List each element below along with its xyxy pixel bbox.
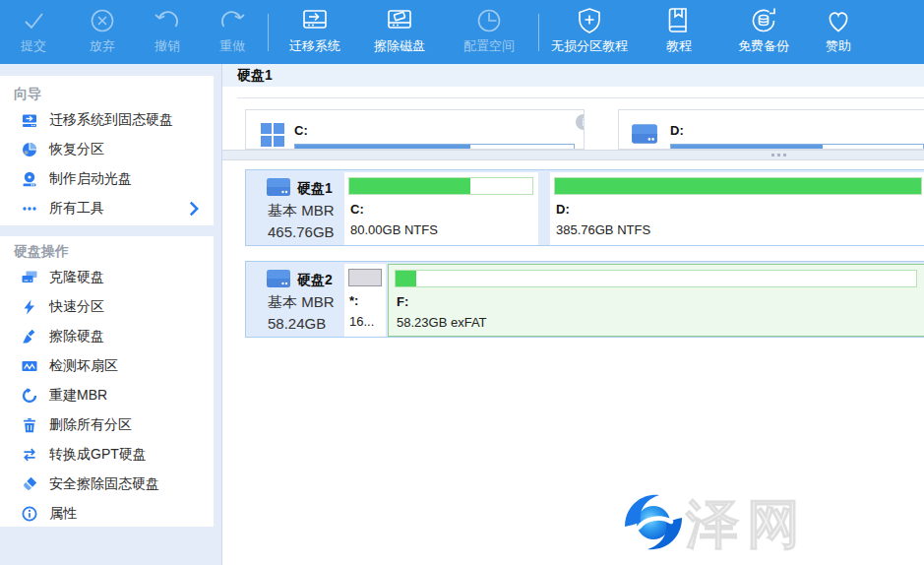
sidebar-item-label: 转换成GPT硬盘 (49, 446, 147, 464)
volume-label: C: (294, 123, 308, 138)
check-icon (19, 6, 48, 35)
sidebar-item-make-bootable-media[interactable]: 制作启动光盘 (0, 164, 214, 194)
hard-disk-icon (266, 269, 291, 288)
sidebar-item-recover-partition[interactable]: 恢复分区 (0, 135, 214, 164)
disk-type: 基本 MBR (268, 202, 335, 220)
discard-button[interactable]: 放弃 (73, 6, 132, 61)
sidebar-section-wizard: 向导 迁移系统到固态硬盘 恢复分区 制作启动光盘 所有工具 (0, 76, 214, 225)
sidebar-section-title: 向导 (0, 84, 214, 105)
shield-plus-icon (575, 6, 604, 35)
all-tools-icon (22, 201, 37, 217)
partition-usage-bar (348, 177, 533, 195)
sidebar-item-label: 重建MBR (49, 387, 107, 405)
watermark: 泽网 (619, 487, 914, 561)
pane-splitter[interactable] (222, 150, 924, 160)
heart-icon (824, 6, 853, 35)
disk-tabstrip: 硬盘1 (222, 64, 924, 87)
migrate-system-button[interactable]: 迁移系统 (276, 6, 354, 61)
convert-swap-icon (22, 447, 37, 463)
info-icon[interactable]: i (576, 114, 585, 130)
redo-button[interactable]: 重做 (203, 6, 262, 61)
sidebar-item-wipe-disk[interactable]: 擦除硬盘 (0, 322, 214, 351)
disk-size: 58.24GB (268, 315, 326, 332)
sidebar-item-label: 擦除硬盘 (49, 328, 104, 345)
sidebar-item-label: 属性 (49, 505, 77, 523)
toolbar-label: 迁移系统 (289, 37, 340, 55)
disk-row-1[interactable]: 硬盘1 基本 MBR 465.76GB C: 80.00GB NTFS D: 3… (245, 169, 924, 246)
sidebar-item-quick-partition[interactable]: 快速分区 (0, 292, 214, 322)
disk-name: 硬盘2 (297, 272, 333, 289)
eraser-icon (22, 476, 37, 492)
sidebar: 向导 迁移系统到固态硬盘 恢复分区 制作启动光盘 所有工具 硬盘操作 (0, 64, 221, 565)
sidebar-item-all-tools[interactable]: 所有工具 (0, 194, 214, 223)
toolbar-label: 免费备份 (738, 37, 789, 55)
partition-info: 58.23GB exFAT (397, 315, 487, 330)
watermark-logo-icon (619, 487, 688, 556)
sidebar-item-label: 检测坏扇区 (49, 357, 118, 375)
lossless-tutorial-button[interactable]: 无损分区教程 (540, 6, 639, 61)
pie-space-icon (474, 6, 504, 35)
usage-fill (349, 178, 470, 194)
toolbar-label: 擦除磁盘 (374, 37, 425, 55)
toolbar-label: 赞助 (826, 37, 851, 55)
partition-d[interactable]: D: 385.76GB NTFS (550, 172, 924, 245)
commit-button[interactable]: 提交 (4, 6, 63, 61)
sponsor-button[interactable]: 赞助 (809, 6, 868, 61)
recover-partition-icon (22, 142, 37, 157)
sidebar-item-label: 克隆硬盘 (49, 269, 104, 286)
partition-c[interactable]: C: 80.00GB NTFS (344, 172, 538, 245)
usage-fill (349, 270, 381, 285)
hard-disk-icon (266, 177, 291, 197)
partition-manager-window: 提交 放弃 撤销 重做 迁移系统 擦除磁盘 配置空间 无损 (0, 0, 924, 565)
sidebar-item-label: 迁移系统到固态硬盘 (49, 111, 173, 129)
toolbar-label: 放弃 (90, 37, 115, 55)
sidebar-item-label: 制作启动光盘 (49, 170, 132, 188)
main-area: 硬盘1 C: i D: 硬盘1 基本 MBR 465.76GB (221, 64, 924, 565)
overview-volume-d[interactable]: D: (618, 109, 924, 150)
partition-f-selected[interactable]: F: 58.23GB exFAT (388, 264, 924, 337)
sidebar-item-label: 安全擦除固态硬盘 (49, 475, 159, 493)
toolbar-label: 提交 (21, 37, 46, 55)
allocate-space-button[interactable]: 配置空间 (450, 6, 528, 61)
sidebar-item-properties[interactable]: 属性 (0, 499, 214, 529)
splitter-handle-icon (771, 154, 786, 157)
disk-info: 硬盘2 基本 MBR 58.24GB (246, 262, 343, 337)
sidebar-item-convert-to-gpt[interactable]: 转换成GPT硬盘 (0, 440, 214, 470)
migrate-ssd-icon (22, 112, 37, 128)
drive-icon (631, 122, 658, 146)
partition-label: D: (556, 202, 570, 217)
redo-icon (217, 6, 247, 35)
divider-line (237, 97, 924, 98)
sidebar-item-label: 删除所有分区 (49, 416, 132, 434)
sidebar-item-clone-disk[interactable]: 克隆硬盘 (0, 263, 214, 292)
backup-sync-icon (749, 6, 778, 35)
sidebar-item-secure-erase-ssd[interactable]: 安全擦除固态硬盘 (0, 470, 214, 499)
free-backup-button[interactable]: 免费备份 (724, 6, 803, 61)
book-icon (664, 6, 694, 35)
disk-type: 基本 MBR (268, 293, 335, 312)
lightning-icon (22, 299, 37, 315)
sidebar-item-delete-all-partitions[interactable]: 删除所有分区 (0, 410, 214, 440)
partition-info: 16... (349, 314, 374, 329)
overview-volume-c[interactable]: C: i (245, 109, 585, 150)
sidebar-item-rebuild-mbr[interactable]: 重建MBR (0, 381, 214, 410)
tab-disk1[interactable]: 硬盘1 (237, 67, 273, 85)
sidebar-item-check-bad-sectors[interactable]: 检测坏扇区 (0, 351, 214, 381)
partition-star[interactable]: *: 16... (344, 264, 386, 337)
sidebar-item-migrate-os-to-ssd[interactable]: 迁移系统到固态硬盘 (0, 105, 214, 135)
bad-sector-wave-icon (22, 358, 37, 374)
toolbar-label: 配置空间 (463, 37, 515, 55)
undo-icon (153, 6, 182, 35)
watermark-text: 泽网 (686, 489, 808, 561)
rebuild-refresh-icon (22, 388, 37, 404)
sidebar-section-disk-operations: 硬盘操作 克隆硬盘 快速分区 擦除硬盘 检测坏扇区 重建MBR (0, 236, 214, 527)
undo-button[interactable]: 撤销 (138, 6, 197, 61)
partition-usage-bar (395, 270, 917, 287)
erase-disk-button[interactable]: 擦除磁盘 (360, 6, 439, 61)
toolbar-divider (268, 14, 269, 51)
partition-label: C: (350, 202, 364, 217)
tutorial-button[interactable]: 教程 (649, 6, 708, 61)
info-circle-icon (22, 506, 37, 522)
disk-row-2[interactable]: 硬盘2 基本 MBR 58.24GB *: 16... F: 58.23GB e… (245, 261, 924, 338)
sidebar-item-label: 快速分区 (49, 298, 104, 316)
